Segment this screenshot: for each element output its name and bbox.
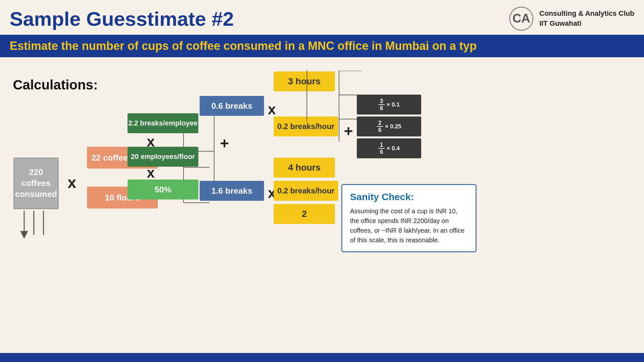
box-4-hours: 4 hours — [274, 158, 335, 178]
box-frac1: 3 6 × 0.1 — [357, 95, 421, 115]
box-frac3: 1 6 × 0.4 — [357, 138, 421, 158]
frac1-num: 3 — [380, 98, 383, 104]
frac3-mult: × 0.4 — [387, 145, 400, 152]
box-06-breaks: 0.6 breaks — [200, 96, 264, 116]
bottom-bar — [0, 353, 644, 362]
arrows — [18, 211, 56, 240]
logo-text: Consulting & Analytics Club IIT Guwahati — [539, 9, 634, 29]
box-2: 2 — [274, 204, 335, 224]
connector-top-yellow — [305, 70, 308, 122]
box-50-percent: 50% — [128, 180, 198, 200]
fraction-2: 2 6 — [377, 120, 383, 133]
operator-x4: x — [268, 101, 276, 117]
box-22-breaks-employee: 2.2 breaks/employee — [128, 113, 198, 133]
svg-text:CA: CA — [513, 12, 530, 25]
sanity-check-text: Assuming the cost of a cup is INR 10, th… — [350, 206, 468, 245]
calculations-label: Calculations: — [13, 77, 98, 93]
frac2-num: 2 — [378, 120, 382, 126]
fraction-1: 3 6 — [378, 98, 385, 111]
frac1-mult: × 0.1 — [387, 101, 400, 108]
box-3-hours: 3 hours — [274, 71, 335, 91]
frac2-mult: × 0.25 — [385, 123, 402, 130]
box-16-breaks: 1.6 breaks — [200, 181, 264, 201]
logo-area: CA Consulting & Analytics Club IIT Guwah… — [508, 6, 634, 32]
fraction-3: 1 6 — [378, 142, 385, 155]
frac2-den: 6 — [378, 127, 382, 133]
operator-x1: x — [68, 174, 76, 191]
box-frac2: 2 6 × 0.25 — [357, 116, 421, 136]
question-bar: Estimate the number of cups of coffee co… — [0, 35, 644, 57]
frac3-den: 6 — [380, 149, 383, 155]
page-title: Sample Guesstimate #2 — [10, 7, 234, 30]
box-20-employees: 20 employees/floor — [128, 147, 198, 167]
box-02-bph-bottom: 0.2 breaks/hour — [274, 181, 338, 201]
sanity-check-box: Sanity Check: Assuming the cost of a cup… — [341, 184, 477, 252]
box-220-coffees: 220 coffees consumed — [14, 158, 59, 209]
frac1-den: 6 — [380, 105, 383, 111]
logo-icon: CA — [508, 6, 534, 32]
operator-plus1: + — [220, 135, 229, 152]
frac3-num: 1 — [380, 142, 383, 148]
sanity-check-title: Sanity Check: — [350, 191, 468, 202]
question-text: Estimate the number of cups of coffee co… — [10, 39, 477, 52]
operator-x3: x — [147, 165, 155, 181]
header: Sample Guesstimate #2 CA Consulting & An… — [0, 0, 644, 35]
